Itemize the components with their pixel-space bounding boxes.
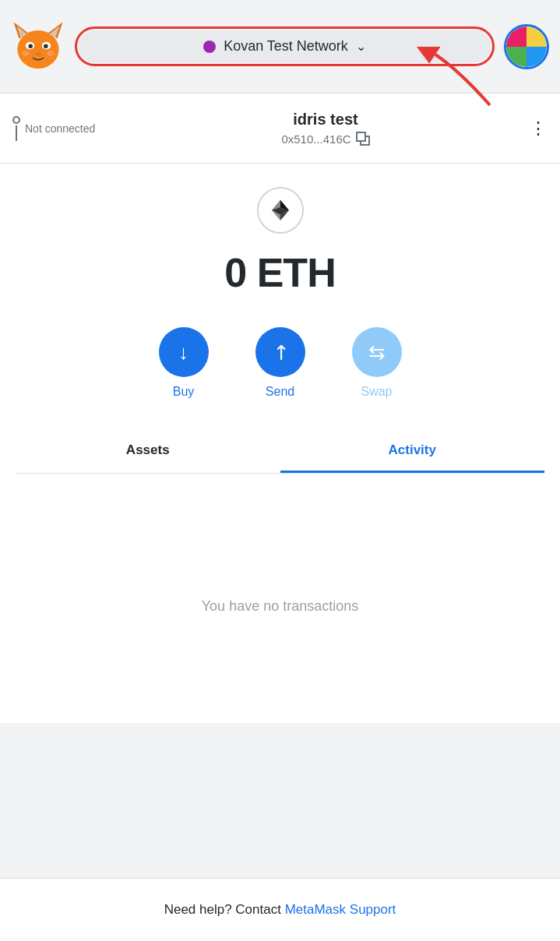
main-content: 0 ETH ↓ Buy ↗ Send ⇆ Sw (0, 164, 560, 489)
buy-label: Buy (173, 385, 195, 399)
send-button[interactable]: ↗ Send (255, 327, 305, 399)
copy-address-button[interactable] (356, 132, 370, 146)
buy-button[interactable]: ↓ Buy (159, 327, 209, 399)
account-address-text: 0x510...416C (281, 132, 350, 146)
swap-button[interactable]: ⇆ Swap (352, 327, 402, 399)
send-icon: ↗ (267, 339, 294, 365)
connection-dot (12, 116, 20, 124)
network-selector[interactable]: Kovan Test Network ⌄ (79, 30, 491, 62)
balance-display: 0 ETH (224, 249, 335, 296)
svg-point-11 (47, 50, 55, 55)
svg-point-0 (17, 30, 58, 69)
send-label: Send (266, 385, 294, 399)
footer: Need help? Contact MetaMask Support (0, 878, 560, 941)
svg-point-9 (36, 52, 41, 55)
tab-assets[interactable]: Assets (16, 430, 280, 473)
action-buttons: ↓ Buy ↗ Send ⇆ Swap (159, 327, 402, 399)
network-status-dot (203, 41, 216, 53)
account-menu-button[interactable]: ⋮ (530, 120, 548, 137)
header: Kovan Test Network ⌄ (0, 0, 560, 93)
metamask-logo (11, 19, 65, 74)
no-transactions-message: You have no transactions (202, 598, 358, 615)
swap-icon: ⇆ (368, 342, 386, 362)
tabs-container: Assets Activity (16, 430, 544, 474)
page-wrapper: Kovan Test Network ⌄ Not connected idris… (0, 0, 560, 941)
account-info: idris test 0x510...416C (122, 111, 530, 146)
metamask-support-link[interactable]: MetaMask Support (285, 902, 396, 917)
account-address-row: 0x510...416C (281, 132, 369, 146)
avatar[interactable] (504, 24, 549, 69)
swap-label: Swap (361, 385, 392, 399)
svg-point-8 (44, 44, 48, 48)
svg-point-7 (28, 44, 33, 48)
swap-button-circle: ⇆ (352, 327, 402, 377)
footer-text: Need help? Contact (164, 902, 285, 917)
connection-line (16, 125, 17, 141)
activity-content: You have no transactions (0, 489, 560, 723)
send-button-circle: ↗ (255, 327, 305, 377)
ethereum-icon (268, 198, 293, 223)
account-bar: Not connected idris test 0x510...416C ⋮ (0, 93, 560, 164)
tab-activity[interactable]: Activity (280, 430, 545, 473)
not-connected-label: Not connected (25, 122, 95, 135)
account-name: idris test (293, 111, 357, 129)
buy-button-circle: ↓ (159, 327, 209, 377)
buy-icon: ↓ (178, 342, 188, 362)
network-selector-wrapper: Kovan Test Network ⌄ (75, 26, 495, 66)
chevron-down-icon: ⌄ (356, 39, 366, 54)
svg-point-10 (22, 50, 30, 55)
connection-icon (12, 116, 20, 141)
network-name-label: Kovan Test Network (224, 38, 348, 55)
not-connected-indicator: Not connected (12, 116, 122, 141)
eth-icon-container (257, 187, 304, 234)
avatar-image (506, 26, 547, 67)
